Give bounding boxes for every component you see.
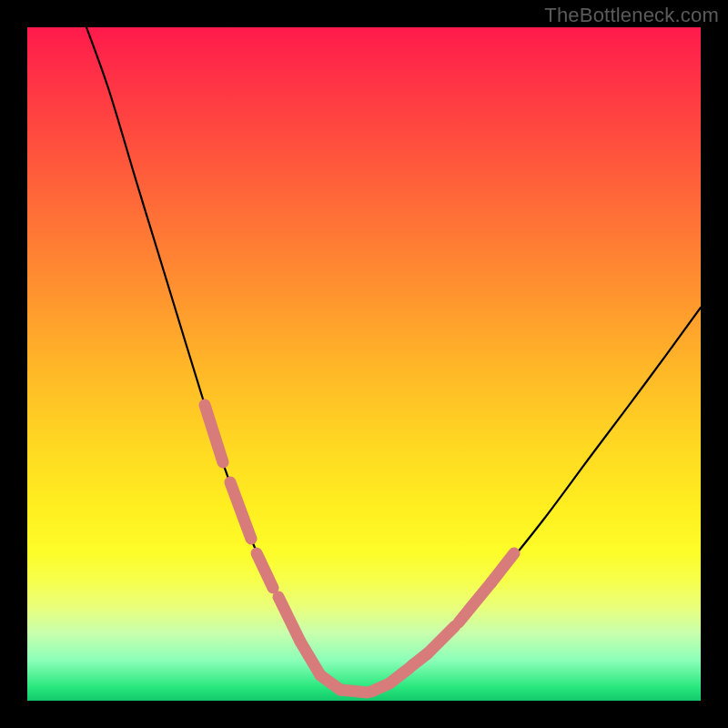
chart-frame: TheBottleneck.com bbox=[0, 0, 728, 728]
overlay-dash bbox=[257, 553, 273, 588]
overlay-dashes bbox=[205, 405, 514, 693]
curve-layer bbox=[27, 27, 701, 701]
plot-area bbox=[27, 27, 701, 701]
watermark-text: TheBottleneck.com bbox=[544, 4, 719, 27]
overlay-dash bbox=[205, 405, 223, 462]
overlay-dash bbox=[278, 597, 300, 642]
overlay-dash bbox=[491, 553, 514, 582]
v-curve bbox=[86, 27, 701, 694]
overlay-dash bbox=[428, 626, 455, 653]
overlay-dash bbox=[389, 668, 410, 683]
overlay-dash bbox=[230, 482, 251, 539]
overlay-dash bbox=[340, 690, 368, 693]
overlay-dash bbox=[459, 582, 491, 622]
